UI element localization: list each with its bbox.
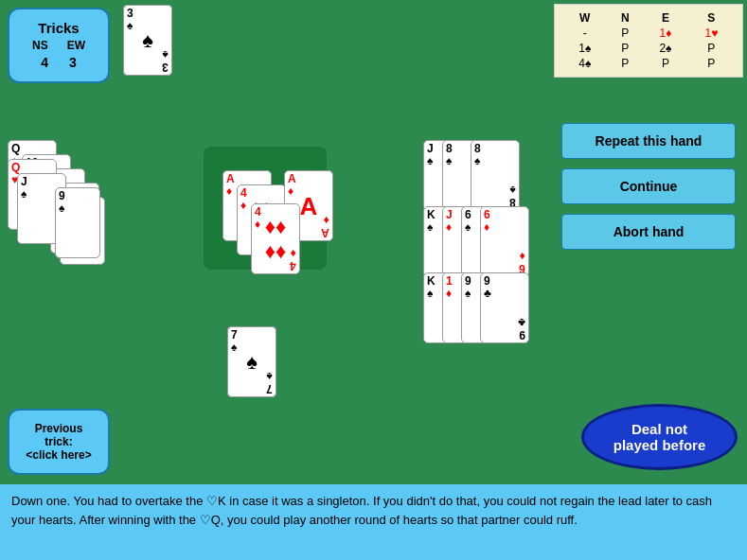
tricks-box: Tricks NS EW 4 3 xyxy=(8,8,110,83)
bidding-table: W N E S -P 1♦ 1♥ 1♠P 2♠P 4♠PPP xyxy=(554,4,743,78)
card-4-diamonds-bottom: 4♦ ♦♦♦♦ 4♦ xyxy=(251,203,300,274)
bid-row-1: -P 1♦ 1♥ xyxy=(562,26,735,41)
col-e: E xyxy=(643,10,688,26)
card-6-diamonds: 6♦ 6♦ xyxy=(480,206,529,277)
card-7s: 7♠ ♠ 7♠ xyxy=(227,326,276,397)
ew-label: EW xyxy=(67,38,85,54)
right-panel: Repeat this hand Continue Abort hand xyxy=(554,123,743,250)
card-8-spades-2: 8♠ 8♠ xyxy=(471,140,520,211)
deal-not-played-button[interactable]: Deal notplayed before xyxy=(581,404,738,470)
tricks-title: Tricks xyxy=(38,18,79,38)
bid-row-2: 1♠P 2♠P xyxy=(562,41,735,56)
card-x-e4: 9♣ 9♣ xyxy=(480,272,529,343)
bid-row-3: 4♠PPP xyxy=(562,56,735,71)
card-9w: 9♠ xyxy=(55,187,100,258)
message-text: Down one. You had to overtake the ♡K in … xyxy=(11,494,712,527)
center-played-cards: A♦ A A♦ 4♦ ♦♦♦♦ 4♦ A♦ A A♦ 4♦ ♦♦♦♦ 4♦ xyxy=(208,151,407,322)
col-s: S xyxy=(688,10,735,26)
ew-value: 3 xyxy=(69,54,77,73)
ns-label: NS xyxy=(32,38,48,54)
west-cards: Q♠ Q Q♠ 10♠ 10♠ 6♠ 6♠ 4♠ 4♠ 6♠ Q♥ ♥ J♠ xyxy=(8,140,93,291)
abort-hand-button[interactable]: Abort hand xyxy=(561,214,736,250)
col-w: W xyxy=(562,10,608,26)
message-bar: Down one. You had to overtake the ♡K in … xyxy=(0,484,747,560)
east-cards: J♠ J♠ 8♠ 8♠ 8♠ 8♠ K♠ K♠ J♦ J♦ 6♠ 6♠ 6♦ xyxy=(423,140,537,329)
ns-value: 4 xyxy=(41,54,48,73)
card-3s: 3♠ ♠ 3♠ xyxy=(123,5,172,76)
prev-trick-label: Previoustrick:<click here> xyxy=(26,422,91,462)
continue-button[interactable]: Continue xyxy=(561,168,736,204)
previous-trick-button[interactable]: Previoustrick:<click here> xyxy=(8,409,110,475)
col-n: N xyxy=(608,10,644,26)
repeat-hand-button[interactable]: Repeat this hand xyxy=(561,123,736,159)
